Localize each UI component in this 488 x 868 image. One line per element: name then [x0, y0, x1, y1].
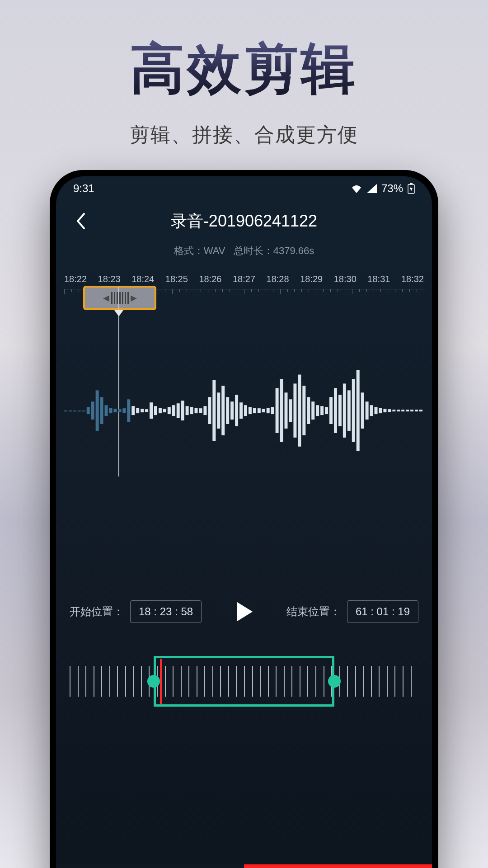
- format-value: WAV: [204, 245, 225, 256]
- start-position-input[interactable]: 18 : 23 : 58: [130, 600, 202, 623]
- svg-rect-58: [316, 405, 319, 416]
- svg-rect-80: [415, 410, 418, 411]
- meta-info: 格式：WAV 总时长：4379.66s: [56, 244, 432, 258]
- controls-row: 开始位置： 18 : 23 : 58 结束位置： 61 : 01 : 19: [56, 596, 432, 627]
- svg-rect-38: [226, 397, 229, 424]
- svg-rect-10: [100, 397, 103, 424]
- svg-rect-56: [307, 397, 310, 424]
- waveform[interactable]: [64, 334, 424, 488]
- phone-frame: 9:31 73% 录音-201906241122 格式：WAV 总时长：4379…: [50, 170, 438, 868]
- svg-rect-20: [145, 409, 148, 412]
- svg-rect-9: [96, 390, 99, 431]
- range-box[interactable]: [154, 656, 334, 707]
- svg-rect-75: [392, 410, 395, 411]
- svg-rect-43: [249, 407, 252, 414]
- svg-rect-61: [329, 397, 333, 424]
- start-label: 开始位置：: [70, 604, 124, 619]
- hero-subtitle: 剪辑、拼接、合成更方便: [0, 122, 488, 148]
- svg-rect-60: [325, 407, 328, 414]
- svg-rect-51: [285, 392, 288, 429]
- range-cursor[interactable]: [160, 659, 162, 704]
- svg-rect-64: [343, 383, 346, 437]
- svg-rect-47: [267, 408, 270, 413]
- svg-rect-1: [410, 183, 413, 184]
- svg-rect-14: [118, 409, 121, 412]
- svg-rect-11: [105, 405, 108, 416]
- svg-rect-21: [150, 402, 153, 419]
- duration-label: 总时长：: [234, 245, 273, 256]
- end-position-input[interactable]: 61 : 01 : 19: [347, 600, 418, 623]
- svg-rect-81: [419, 410, 422, 411]
- duration-value: 4379.66s: [273, 245, 314, 256]
- svg-rect-25: [168, 407, 171, 414]
- svg-rect-29: [186, 406, 189, 415]
- arrow-right-icon: ▶: [131, 293, 137, 303]
- svg-rect-42: [244, 405, 247, 416]
- svg-rect-48: [271, 407, 274, 414]
- svg-rect-15: [122, 408, 126, 413]
- signal-icon: [367, 184, 377, 193]
- arrow-left-icon: ◀: [103, 293, 109, 303]
- svg-rect-65: [347, 390, 351, 431]
- end-label: 结束位置：: [286, 604, 341, 619]
- range-selector[interactable]: [70, 654, 418, 708]
- svg-rect-40: [235, 395, 238, 426]
- svg-rect-77: [401, 410, 404, 411]
- svg-rect-78: [406, 410, 409, 411]
- svg-rect-41: [239, 402, 243, 419]
- svg-rect-27: [177, 403, 180, 418]
- svg-rect-12: [109, 408, 112, 413]
- range-end-handle[interactable]: [328, 675, 341, 688]
- timeline[interactable]: 18:2218:2318:2418:2518:2618:2718:2818:29…: [56, 274, 432, 488]
- svg-rect-28: [181, 401, 184, 420]
- phone-screen: 9:31 73% 录音-201906241122 格式：WAV 总时长：4379…: [56, 176, 432, 868]
- svg-rect-76: [397, 410, 400, 411]
- svg-rect-26: [172, 405, 175, 416]
- svg-rect-63: [338, 395, 342, 426]
- page-title: 录音-201906241122: [56, 210, 432, 232]
- svg-rect-19: [141, 409, 144, 412]
- svg-rect-2: [64, 410, 67, 411]
- hero-title: 高效剪辑: [0, 33, 488, 106]
- svg-rect-24: [163, 409, 166, 412]
- svg-rect-45: [258, 408, 261, 413]
- timeline-ticks: 18:2218:2318:2418:2518:2618:2718:2818:29…: [64, 274, 424, 284]
- range-start-handle[interactable]: [147, 675, 160, 688]
- svg-rect-59: [320, 406, 324, 415]
- svg-rect-69: [366, 401, 369, 420]
- play-button[interactable]: [229, 596, 259, 627]
- bottom-actions: 剪取选中段 删除选中段: [56, 864, 432, 868]
- svg-rect-36: [217, 392, 220, 429]
- scrub-handle[interactable]: ◀ ▶: [83, 286, 156, 310]
- svg-rect-32: [199, 408, 202, 413]
- svg-rect-33: [203, 406, 206, 415]
- svg-rect-17: [131, 406, 135, 415]
- svg-rect-79: [410, 410, 413, 411]
- svg-rect-55: [302, 386, 305, 435]
- grip-icon: [111, 292, 129, 304]
- svg-rect-46: [262, 409, 265, 412]
- svg-rect-8: [91, 401, 94, 420]
- delete-selection-button[interactable]: 删除选中段: [244, 864, 432, 868]
- svg-rect-18: [136, 408, 139, 413]
- nav-bar: 录音-201906241122: [56, 201, 432, 241]
- svg-rect-72: [379, 408, 382, 413]
- svg-rect-57: [311, 401, 314, 420]
- svg-rect-16: [127, 399, 130, 422]
- svg-rect-35: [212, 380, 216, 441]
- status-icons: 73%: [351, 182, 415, 195]
- svg-rect-50: [280, 379, 283, 442]
- svg-rect-44: [253, 408, 256, 413]
- svg-rect-70: [370, 405, 373, 416]
- end-position-group: 结束位置： 61 : 01 : 19: [286, 600, 418, 623]
- wifi-icon: [351, 184, 362, 193]
- svg-rect-30: [190, 407, 193, 414]
- start-position-group: 开始位置： 18 : 23 : 58: [70, 600, 202, 623]
- svg-rect-3: [69, 410, 72, 411]
- svg-rect-7: [87, 407, 90, 414]
- status-bar: 9:31 73%: [56, 176, 432, 201]
- svg-rect-66: [352, 379, 355, 442]
- svg-rect-71: [375, 407, 378, 414]
- cut-selection-button[interactable]: 剪取选中段: [56, 864, 244, 868]
- status-time: 9:31: [73, 182, 94, 195]
